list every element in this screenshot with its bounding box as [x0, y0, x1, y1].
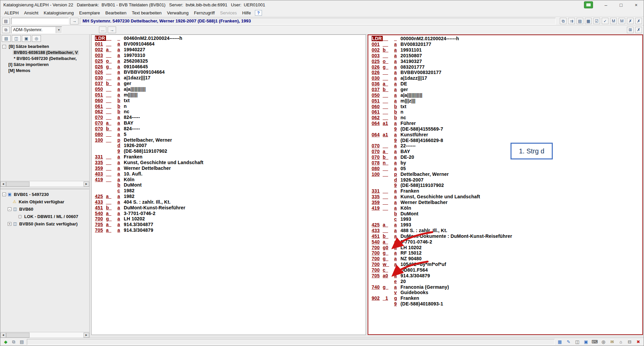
menu-exemplare[interactable]: Exemplare	[76, 10, 103, 16]
close-all-icon[interactable]: ✗	[635, 18, 642, 24]
marc-subfield-line[interactable]: 9(DE-588)4018093-1	[368, 301, 642, 307]
tree-item[interactable]: BVB01-6036188 (Dettelbacher, V	[0, 50, 89, 56]
search-icon[interactable]: ◎	[600, 339, 607, 345]
spell-check-icon[interactable]: ✓	[602, 18, 608, 24]
marc-field-425[interactable]: 425a_a1982	[92, 194, 366, 199]
marc-field-403[interactable]: 403__a10. Aufl.	[92, 171, 366, 177]
mail-icon[interactable]: ✉	[609, 339, 615, 345]
menu-ansicht[interactable]: Ansicht	[21, 10, 41, 16]
tab-show-record[interactable]: ▣	[22, 35, 31, 42]
tree-item[interactable]: ⚠Kein Objekt verfügbar	[0, 198, 89, 205]
marc-field-060[interactable]: 060__btxt	[92, 97, 366, 103]
marc-subfield-line[interactable]: d1926-2007	[92, 143, 366, 148]
marc-field-070[interactable]: 070__a22------	[368, 143, 642, 149]
marc-field-062[interactable]: 062__bnc	[92, 109, 366, 115]
marc-field-700[interactable]: 700g_aNZ 90480	[368, 256, 642, 262]
marc-field-419[interactable]: 419__aKöln	[368, 205, 642, 211]
collapse-icon[interactable]: -	[2, 45, 6, 49]
tree-item[interactable]: [M] Memos	[0, 68, 89, 74]
marc-subfield-line[interactable]: vGuidebooks	[368, 290, 642, 295]
marc-field-LDR[interactable]: LDR___00460nM2.01200024------h	[92, 36, 366, 41]
marc-field-064[interactable]: 064a1aKunstführer	[368, 132, 642, 137]
minimize-button[interactable]: –	[598, 0, 613, 9]
system-number-input[interactable]	[11, 18, 69, 24]
marc-field-700[interactable]: 700g_aRF 15012	[368, 250, 642, 256]
menu-hilfe[interactable]: Hilfe	[239, 10, 254, 16]
memo-alt-icon[interactable]: M	[619, 18, 625, 24]
marc-field-080[interactable]: 080__a05	[368, 165, 642, 171]
marc-field-070[interactable]: 070b_a824-----	[92, 126, 366, 132]
close-button[interactable]: ×	[629, 0, 644, 9]
printer-icon[interactable]: ⊟	[626, 339, 633, 345]
marc-field-540[interactable]: 540a_a3-7701-0746-2	[368, 239, 642, 245]
marc-field-100[interactable]: 100__pDettelbacher, Werner	[92, 137, 366, 143]
monitor-icon[interactable]: ▣	[583, 339, 589, 345]
tree-item[interactable]: -[B] Sätze bearbeiten	[0, 44, 89, 50]
record-panel-right[interactable]: LDR___00000nM2.01200024------h001__aBV00…	[368, 34, 643, 335]
marc-field-062[interactable]: 062__bnc	[368, 115, 642, 121]
tree-item[interactable]: ▢LOK - DBW01 / ML / 00607	[0, 213, 89, 220]
edit-icon[interactable]: ✎	[565, 339, 572, 345]
collapse-icon[interactable]: -	[2, 193, 6, 196]
marc-field-331[interactable]: 331__aFranken	[368, 188, 642, 194]
marc-field-100[interactable]: 100__pDettelbacher, Werner	[368, 171, 642, 177]
sidebar-splitter[interactable]	[0, 187, 89, 189]
collapse-icon[interactable]: -	[8, 207, 11, 211]
marc-field-080[interactable]: 080__a5	[92, 131, 366, 137]
marc-field-LDR[interactable]: LDR___00000nM2.01200024------h	[368, 36, 642, 42]
menu-fernzugriff[interactable]: Fernzugriff	[191, 10, 217, 16]
memo-icon[interactable]: M	[610, 18, 617, 24]
marc-field-026[interactable]: 026__aBVBBV008320177	[368, 70, 642, 75]
scroll-left-button[interactable]: ◄	[0, 333, 6, 338]
marc-field-078[interactable]: 078n_aby	[368, 160, 642, 166]
chevron-down-icon[interactable]: ▼	[56, 27, 62, 33]
marc-field-070[interactable]: 070b_aDE-20	[368, 154, 642, 160]
menu-verwaltung[interactable]: Verwaltung	[164, 10, 191, 16]
marc-field-026[interactable]: 026__aBVBBV009104664	[92, 69, 366, 75]
record-bar-icon[interactable]: ▤	[2, 18, 10, 24]
expand-panel-icon[interactable]: ⊞	[627, 27, 634, 33]
tree-item[interactable]: -▣BVB01 - 5497230	[0, 191, 89, 198]
records-stack-icon[interactable]: ◫	[574, 339, 581, 345]
records-tree-scrollbar[interactable]: ◄►	[0, 181, 89, 187]
marc-field-002[interactable]: 002a_a19940227	[92, 47, 366, 53]
marc-field-037[interactable]: 037b_ager	[92, 81, 366, 86]
marc-field-705[interactable]: 705a_a914.3/304879	[92, 227, 366, 233]
form-bar-icon[interactable]: ⧉	[2, 26, 10, 33]
menu-services[interactable]: Services	[217, 10, 239, 16]
marc-field-003[interactable]: 003__a19970310	[92, 53, 366, 58]
maximize-button[interactable]: □	[613, 0, 629, 9]
marc-field-425[interactable]: 425a_a1993	[368, 222, 642, 228]
marc-field-003[interactable]: 003__a20150807	[368, 53, 642, 59]
marc-field-002[interactable]: 002b_a19931101	[368, 47, 642, 53]
marc-field-030[interactable]: 030__aa|1dazz|||17	[368, 75, 642, 81]
marc-field-335[interactable]: 335__aKunst, Geschichte und Landschaft	[92, 160, 366, 165]
help-icon[interactable]: ?	[255, 10, 262, 16]
record-panel-left[interactable]: LDR___00460nM2.01200024------h001__aBV00…	[91, 34, 366, 335]
tree-item[interactable]: [I] Sätze importieren	[0, 62, 89, 68]
menu-text-bearbeiten[interactable]: Text bearbeiten	[129, 10, 164, 16]
tab-split-editor[interactable]: ◫	[12, 35, 21, 42]
marc-field-060[interactable]: 060__btxt	[368, 103, 642, 109]
keyboard-icon[interactable]: ⌨	[591, 339, 598, 345]
marc-field-025[interactable]: 025o_a256208325	[92, 58, 366, 64]
scroll-thumb[interactable]	[6, 333, 30, 338]
marc-field-700[interactable]: 700g_aLH 10202	[92, 216, 366, 222]
more-options-button[interactable]: …	[99, 26, 106, 33]
tab-search[interactable]: ◎	[32, 35, 41, 42]
marc-field-335[interactable]: 335__aKunst, Geschichte und Landschaft	[368, 194, 642, 200]
scroll-track[interactable]	[6, 333, 84, 338]
marc-field-433[interactable]: 433__a488 S. : zahlr. Ill., Kt.	[368, 228, 642, 233]
marc-field-026[interactable]: 026g_a083201777	[368, 64, 642, 70]
marc-field-700[interactable]: 700w_a105402--by*mf*of*uf	[368, 262, 642, 267]
tree-item[interactable]: * BVB01-5497230 (Dettelbacher,	[0, 56, 89, 62]
check-record-icon[interactable]: ☑	[593, 18, 600, 24]
grid-view-icon[interactable]: ▦	[585, 18, 592, 24]
marc-field-705[interactable]: 705a0a914.3/304879	[368, 273, 642, 278]
tree-item[interactable]: +◫BVB50 (kein Satz verfügbar)	[0, 220, 89, 227]
catalog-grid-icon[interactable]: ▦	[556, 339, 563, 345]
marc-field-419[interactable]: 419__aKöln	[92, 177, 366, 182]
marc-field-070[interactable]: 070__a824-----	[92, 115, 366, 120]
marc-field-037[interactable]: 037b_ager	[368, 87, 642, 92]
cancel-record-icon[interactable]: ✗	[627, 18, 634, 24]
